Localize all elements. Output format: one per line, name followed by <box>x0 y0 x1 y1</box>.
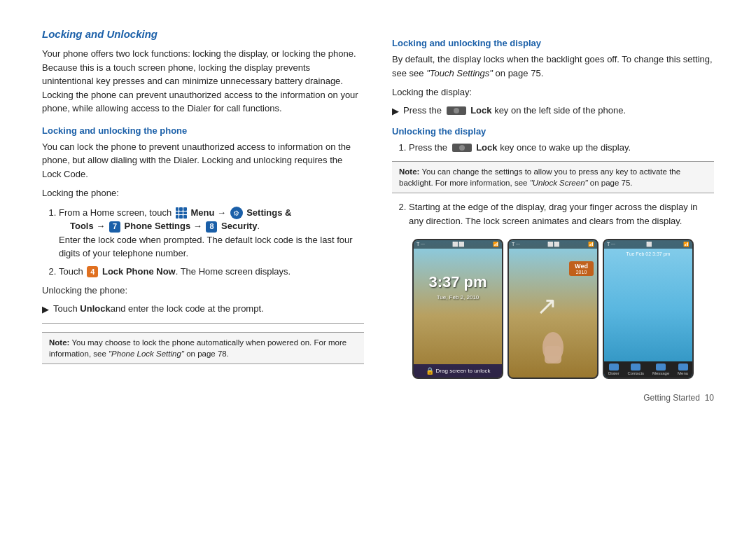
page-footer: Getting Started 10 <box>42 393 714 403</box>
locking-label: Locking the phone: <box>42 186 364 200</box>
step1-settings: Settings & <box>246 207 291 218</box>
note1-label: Note: <box>49 338 69 347</box>
note2-page: on page 75. <box>590 179 633 187</box>
step1-detail: Enter the lock code when prompted. The d… <box>59 235 353 259</box>
screen2-widget: Wed 2010 <box>569 261 594 276</box>
screen1-lock-bar: 🔒 Drag screen to unlock <box>414 364 502 378</box>
unlocking-label: Unlocking the phone: <box>42 284 364 298</box>
unlock-bullet-row: ▶ Touch Unlockand enter the lock code at… <box>42 303 364 314</box>
unlock-steps-list-2: Starting at the edge of the display, dra… <box>409 200 714 228</box>
locking-display-label: Locking the display: <box>392 85 714 99</box>
screen1-time: 3:37 pm <box>414 273 502 291</box>
phone-screen-2: T ··· ⬜⬜ 📶 Wed 2010 ↗ <box>507 239 598 379</box>
nav-dialer: Dialer <box>608 364 620 375</box>
screen1-lock-text: Drag screen to unlock <box>436 368 491 374</box>
note-box-2: Note: You can change the settings to all… <box>392 161 714 193</box>
bullet-arrow-sym: ▶ <box>42 304 49 314</box>
note2-label: Note: <box>399 167 419 176</box>
step1-security: Security <box>221 221 257 231</box>
arrow2: → <box>96 221 105 231</box>
note1-italic: "Phone Lock Setting" <box>108 349 184 358</box>
gear-icon: ⚙ <box>230 207 243 219</box>
lock-key-icon-1 <box>447 106 466 115</box>
nav-contacts: Contacts <box>627 364 644 375</box>
unlock-text: Touch Unlockand enter the lock code at t… <box>53 303 264 314</box>
screen2-status: T ··· ⬜⬜ 📶 <box>509 240 597 249</box>
nav-message: Message <box>652 364 669 375</box>
sub2-body: By default, the display locks when the b… <box>392 53 714 80</box>
locking-display-subtitle: Locking and unlocking the display <box>392 38 714 48</box>
step1-phone: Phone Settings <box>125 221 191 231</box>
menu-nav-icon <box>678 364 688 371</box>
step2-action: Lock Phone Now <box>102 266 176 277</box>
step2-detail: . The Home screen displays. <box>176 266 291 277</box>
step1-from: From a Home screen, touch <box>59 207 172 218</box>
svg-rect-1 <box>545 346 561 364</box>
screen1-date: Tue, Feb 2, 2010 <box>414 294 502 300</box>
step2-label: Touch <box>59 266 83 277</box>
divider-1 <box>42 323 364 324</box>
swipe-arrow-icon: ↗ <box>536 291 557 321</box>
step1-tools-line: Tools → 7 Phone Settings → 8 Security. <box>70 221 260 231</box>
steps-list: From a Home screen, touch Menu → ⚙ Setti… <box>59 206 364 279</box>
unlock-step-2: Starting at the edge of the display, dra… <box>409 200 714 228</box>
sub1-body: You can lock the phone to prevent unauth… <box>42 140 364 181</box>
phone-screen-1: T ··· ⬜⬜ 📶 3:37 pm Tue, Feb 2, 2010 🔒 Dr… <box>412 239 503 379</box>
badge-7: 7 <box>109 221 120 233</box>
screen1-status: T ··· ⬜⬜ 📶 <box>414 240 502 249</box>
note1-page: on page 78. <box>186 349 229 358</box>
badge-4: 4 <box>87 266 98 277</box>
badge-8: 8 <box>206 221 217 233</box>
display-lock-text: Press the Lock key on the left side of t… <box>403 105 626 116</box>
contacts-nav-icon <box>631 364 640 371</box>
left-column: Locking and Unlocking Your phone offers … <box>42 28 364 379</box>
step-2: Touch 4 Lock Phone Now. The Home screen … <box>59 265 364 279</box>
menu-grid-icon <box>174 207 191 218</box>
display-arrow-sym: ▶ <box>392 106 399 116</box>
section-title: Locking and Unlocking <box>42 28 364 40</box>
message-nav-icon <box>656 364 666 371</box>
step1-menu: Menu <box>190 207 214 218</box>
intro-paragraph: Your phone offers two lock functions: lo… <box>42 47 364 116</box>
dialer-nav-icon <box>609 364 619 371</box>
screen3-date: Tue Feb 02 3:37 pm <box>604 249 692 259</box>
screen3-bottom-nav: Dialer Contacts Message Menu <box>604 361 692 378</box>
page-layout: Locking and Unlocking Your phone offers … <box>42 28 714 379</box>
unlocking-display-subtitle: Unlocking the display <box>392 126 714 137</box>
unlock-steps-list: Press the Lock key once to wake up the d… <box>409 141 714 155</box>
phone-screens-illustration: T ··· ⬜⬜ 📶 3:37 pm Tue, Feb 2, 2010 🔒 Dr… <box>392 239 714 379</box>
screen3-status: T ··· ⬜ 📶 <box>604 240 692 249</box>
display-bullet-row: ▶ Press the Lock key on the left side of… <box>392 105 714 116</box>
footer-page-number: 10 <box>705 393 714 403</box>
phone-screen-3: T ··· ⬜ 📶 Tue Feb 02 3:37 pm Dialer Cont… <box>603 239 694 379</box>
arrow1: → <box>217 207 226 218</box>
right-column: Locking and unlocking the display By def… <box>392 28 714 379</box>
note2-italic: "Unlock Screen" <box>530 179 588 187</box>
lock-key-icon-2 <box>452 144 472 152</box>
step1-tools: Tools <box>70 221 94 231</box>
footer-section: Getting Started <box>643 393 700 403</box>
finger-illustration <box>539 326 567 367</box>
unlock-step-1: Press the Lock key once to wake up the d… <box>409 141 714 155</box>
note-box-1: Note: You may choose to lock the phone a… <box>42 332 364 364</box>
lock-icon-small: 🔒 <box>426 367 434 375</box>
locking-phone-subtitle: Locking and unlocking the phone <box>42 125 364 136</box>
arrow3: → <box>193 221 202 231</box>
step-1: From a Home screen, touch Menu → ⚙ Setti… <box>59 206 364 261</box>
nav-menu: Menu <box>678 364 688 375</box>
